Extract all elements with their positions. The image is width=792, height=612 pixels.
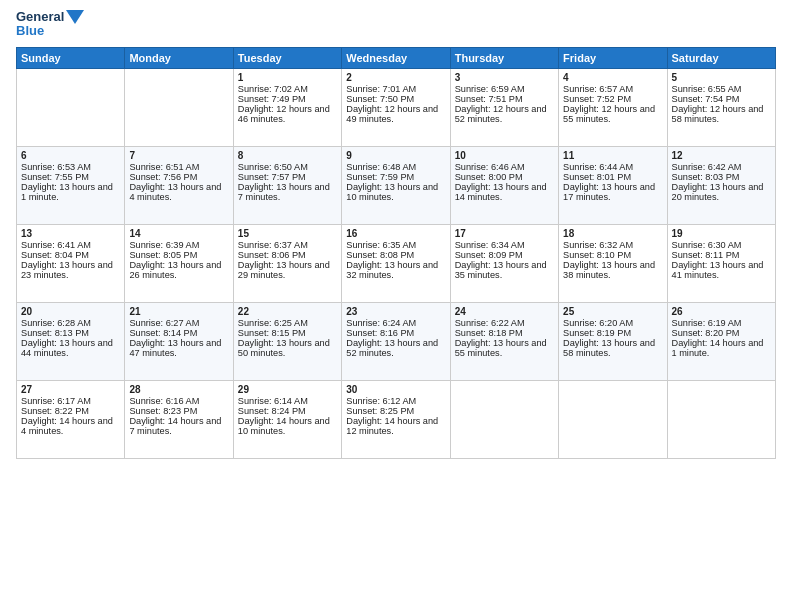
day-number: 24 xyxy=(455,306,554,317)
sunset-text: Sunset: 8:03 PM xyxy=(672,172,771,182)
sunset-text: Sunset: 8:25 PM xyxy=(346,406,445,416)
daylight-text: Daylight: 13 hours and 29 minutes. xyxy=(238,260,337,280)
calendar-cell xyxy=(450,380,558,458)
calendar-cell: 2Sunrise: 7:01 AMSunset: 7:50 PMDaylight… xyxy=(342,68,450,146)
calendar-cell: 28Sunrise: 6:16 AMSunset: 8:23 PMDayligh… xyxy=(125,380,233,458)
day-number: 1 xyxy=(238,72,337,83)
sunset-text: Sunset: 8:04 PM xyxy=(21,250,120,260)
header-day-monday: Monday xyxy=(125,47,233,68)
day-number: 20 xyxy=(21,306,120,317)
daylight-text: Daylight: 14 hours and 1 minute. xyxy=(672,338,771,358)
logo-blue: Blue xyxy=(16,24,84,38)
day-number: 6 xyxy=(21,150,120,161)
day-number: 27 xyxy=(21,384,120,395)
day-number: 13 xyxy=(21,228,120,239)
calendar-cell: 24Sunrise: 6:22 AMSunset: 8:18 PMDayligh… xyxy=(450,302,558,380)
calendar-cell: 13Sunrise: 6:41 AMSunset: 8:04 PMDayligh… xyxy=(17,224,125,302)
sunset-text: Sunset: 8:22 PM xyxy=(21,406,120,416)
calendar-cell: 3Sunrise: 6:59 AMSunset: 7:51 PMDaylight… xyxy=(450,68,558,146)
calendar-cell: 5Sunrise: 6:55 AMSunset: 7:54 PMDaylight… xyxy=(667,68,775,146)
sunrise-text: Sunrise: 6:34 AM xyxy=(455,240,554,250)
day-number: 29 xyxy=(238,384,337,395)
day-number: 9 xyxy=(346,150,445,161)
sunset-text: Sunset: 8:10 PM xyxy=(563,250,662,260)
calendar-cell xyxy=(667,380,775,458)
daylight-text: Daylight: 12 hours and 52 minutes. xyxy=(455,104,554,124)
sunset-text: Sunset: 8:23 PM xyxy=(129,406,228,416)
sunset-text: Sunset: 8:05 PM xyxy=(129,250,228,260)
week-row-2: 6Sunrise: 6:53 AMSunset: 7:55 PMDaylight… xyxy=(17,146,776,224)
day-number: 26 xyxy=(672,306,771,317)
sunset-text: Sunset: 8:13 PM xyxy=(21,328,120,338)
daylight-text: Daylight: 13 hours and 32 minutes. xyxy=(346,260,445,280)
daylight-text: Daylight: 12 hours and 49 minutes. xyxy=(346,104,445,124)
day-number: 23 xyxy=(346,306,445,317)
daylight-text: Daylight: 14 hours and 7 minutes. xyxy=(129,416,228,436)
day-number: 17 xyxy=(455,228,554,239)
logo-general: General xyxy=(16,10,64,24)
day-number: 10 xyxy=(455,150,554,161)
sunset-text: Sunset: 8:19 PM xyxy=(563,328,662,338)
sunrise-text: Sunrise: 6:22 AM xyxy=(455,318,554,328)
daylight-text: Daylight: 13 hours and 26 minutes. xyxy=(129,260,228,280)
header-day-tuesday: Tuesday xyxy=(233,47,341,68)
header-day-wednesday: Wednesday xyxy=(342,47,450,68)
week-row-5: 27Sunrise: 6:17 AMSunset: 8:22 PMDayligh… xyxy=(17,380,776,458)
daylight-text: Daylight: 13 hours and 4 minutes. xyxy=(129,182,228,202)
daylight-text: Daylight: 13 hours and 55 minutes. xyxy=(455,338,554,358)
daylight-text: Daylight: 13 hours and 52 minutes. xyxy=(346,338,445,358)
day-number: 2 xyxy=(346,72,445,83)
sunrise-text: Sunrise: 7:01 AM xyxy=(346,84,445,94)
sunset-text: Sunset: 7:52 PM xyxy=(563,94,662,104)
day-number: 22 xyxy=(238,306,337,317)
sunrise-text: Sunrise: 6:39 AM xyxy=(129,240,228,250)
daylight-text: Daylight: 13 hours and 38 minutes. xyxy=(563,260,662,280)
calendar-cell: 4Sunrise: 6:57 AMSunset: 7:52 PMDaylight… xyxy=(559,68,667,146)
header-day-sunday: Sunday xyxy=(17,47,125,68)
sunrise-text: Sunrise: 6:42 AM xyxy=(672,162,771,172)
sunset-text: Sunset: 7:49 PM xyxy=(238,94,337,104)
calendar-cell: 12Sunrise: 6:42 AMSunset: 8:03 PMDayligh… xyxy=(667,146,775,224)
sunrise-text: Sunrise: 6:17 AM xyxy=(21,396,120,406)
sunset-text: Sunset: 8:01 PM xyxy=(563,172,662,182)
sunrise-text: Sunrise: 6:48 AM xyxy=(346,162,445,172)
daylight-text: Daylight: 14 hours and 4 minutes. xyxy=(21,416,120,436)
calendar-cell: 20Sunrise: 6:28 AMSunset: 8:13 PMDayligh… xyxy=(17,302,125,380)
sunset-text: Sunset: 8:06 PM xyxy=(238,250,337,260)
sunset-text: Sunset: 8:16 PM xyxy=(346,328,445,338)
day-number: 28 xyxy=(129,384,228,395)
week-row-1: 1Sunrise: 7:02 AMSunset: 7:49 PMDaylight… xyxy=(17,68,776,146)
logo-arrow-icon xyxy=(66,10,84,24)
daylight-text: Daylight: 13 hours and 10 minutes. xyxy=(346,182,445,202)
day-number: 4 xyxy=(563,72,662,83)
day-number: 30 xyxy=(346,384,445,395)
sunset-text: Sunset: 8:24 PM xyxy=(238,406,337,416)
week-row-4: 20Sunrise: 6:28 AMSunset: 8:13 PMDayligh… xyxy=(17,302,776,380)
calendar-cell: 23Sunrise: 6:24 AMSunset: 8:16 PMDayligh… xyxy=(342,302,450,380)
header-day-friday: Friday xyxy=(559,47,667,68)
calendar-cell: 15Sunrise: 6:37 AMSunset: 8:06 PMDayligh… xyxy=(233,224,341,302)
day-number: 18 xyxy=(563,228,662,239)
daylight-text: Daylight: 12 hours and 55 minutes. xyxy=(563,104,662,124)
calendar-cell: 6Sunrise: 6:53 AMSunset: 7:55 PMDaylight… xyxy=(17,146,125,224)
sunset-text: Sunset: 7:50 PM xyxy=(346,94,445,104)
calendar-cell: 14Sunrise: 6:39 AMSunset: 8:05 PMDayligh… xyxy=(125,224,233,302)
day-number: 25 xyxy=(563,306,662,317)
sunrise-text: Sunrise: 6:59 AM xyxy=(455,84,554,94)
calendar-cell: 25Sunrise: 6:20 AMSunset: 8:19 PMDayligh… xyxy=(559,302,667,380)
sunrise-text: Sunrise: 6:19 AM xyxy=(672,318,771,328)
daylight-text: Daylight: 13 hours and 35 minutes. xyxy=(455,260,554,280)
day-number: 12 xyxy=(672,150,771,161)
daylight-text: Daylight: 12 hours and 58 minutes. xyxy=(672,104,771,124)
sunrise-text: Sunrise: 6:20 AM xyxy=(563,318,662,328)
daylight-text: Daylight: 13 hours and 20 minutes. xyxy=(672,182,771,202)
sunrise-text: Sunrise: 6:57 AM xyxy=(563,84,662,94)
calendar-cell xyxy=(17,68,125,146)
calendar-cell: 9Sunrise: 6:48 AMSunset: 7:59 PMDaylight… xyxy=(342,146,450,224)
daylight-text: Daylight: 13 hours and 58 minutes. xyxy=(563,338,662,358)
sunset-text: Sunset: 7:59 PM xyxy=(346,172,445,182)
sunrise-text: Sunrise: 6:16 AM xyxy=(129,396,228,406)
calendar-cell: 19Sunrise: 6:30 AMSunset: 8:11 PMDayligh… xyxy=(667,224,775,302)
calendar-cell: 18Sunrise: 6:32 AMSunset: 8:10 PMDayligh… xyxy=(559,224,667,302)
sunset-text: Sunset: 8:09 PM xyxy=(455,250,554,260)
